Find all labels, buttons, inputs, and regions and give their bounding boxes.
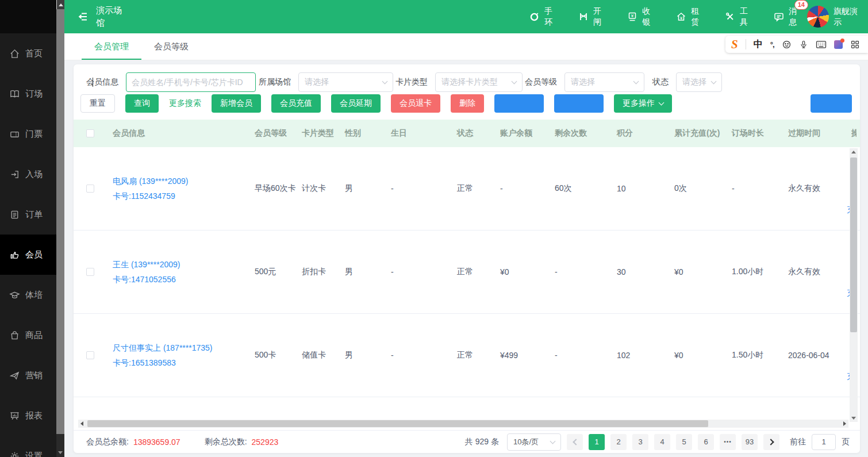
card-type-select[interactable]: 请选择卡片类型 [435, 72, 523, 92]
nav-item-cashier[interactable]: ¥ 收银 [627, 6, 651, 28]
member-name-link[interactable]: 王生 (139****2009) [113, 260, 180, 270]
row-checkbox[interactable] [86, 351, 94, 359]
table-row: 王生 (139****2009) 卡号:1471052556 500元 折扣卡 … [74, 231, 860, 314]
total-balance-label: 会员总余额: [86, 437, 129, 447]
refund-card-button[interactable]: 会员退卡 [391, 94, 440, 113]
cell-points: 30 [617, 267, 626, 276]
nav-item-gate[interactable]: 开闸 [578, 6, 602, 28]
row-checkbox[interactable] [86, 185, 94, 193]
punctuation-icon[interactable]: °, [770, 40, 774, 49]
member-name-link[interactable]: 尺寸但事实上 (187****1735) [113, 343, 213, 353]
collapse-menu-icon[interactable] [77, 10, 90, 23]
sidebar-item-entry[interactable]: 入场 [0, 154, 56, 194]
sidebar-item-goods[interactable]: 商品 [0, 315, 56, 355]
order-icon [9, 209, 20, 220]
sidebar-item-booking[interactable]: 订场 [0, 74, 56, 114]
member-name-link[interactable]: 电风扇 (139****2009) [113, 176, 189, 186]
tab-member-management[interactable]: 会员管理 [82, 33, 141, 60]
sidebar-item-settings[interactable]: 设置 [0, 436, 56, 457]
table-horizontal-scrollbar[interactable] [78, 420, 848, 428]
chevron-right-icon [767, 439, 774, 445]
sidebar-item-members[interactable]: 会员 [0, 235, 56, 275]
page-button-93[interactable]: 93 [742, 434, 758, 450]
cell-expire: 2026-06-04 [788, 351, 829, 360]
mic-icon[interactable] [799, 40, 808, 49]
nav-item-messages[interactable]: 消息 14 [773, 6, 798, 28]
horizontal-scrollbar-thumb[interactable] [87, 420, 708, 427]
delete-button[interactable]: 删除 [451, 94, 484, 113]
add-member-button[interactable]: 新增会员 [212, 94, 261, 113]
sidebar-scrollbar-thumb[interactable] [56, 9, 64, 434]
sidebar-item-training[interactable]: 体培 [0, 275, 56, 315]
tab-member-level[interactable]: 会员等级 [141, 33, 201, 60]
grid-icon[interactable] [850, 40, 860, 49]
prev-page-button[interactable] [567, 434, 583, 450]
sidebar-item-marketing[interactable]: 营销 [0, 355, 56, 395]
page-button-5[interactable]: 5 [676, 434, 692, 450]
input-mode-toggle[interactable]: 中 [754, 39, 763, 51]
import-members-button[interactable]: 导入会员 [494, 94, 544, 113]
page-button-1[interactable]: 1 [589, 434, 605, 450]
cell-status: 正常 [457, 183, 473, 194]
nav-item-bracelet[interactable]: 手环 [529, 6, 554, 28]
svg-text:¥: ¥ [631, 13, 634, 18]
sidebar-item-home[interactable]: 首页 [0, 33, 56, 74]
nav-item-rental[interactable]: ¥ 租赁 [675, 6, 700, 28]
member-info-input[interactable] [126, 72, 256, 92]
more-actions-button[interactable]: 更多操作 [614, 94, 672, 113]
table-footer: 会员总余额: 13893659.07 剩余总次数: 252923 共 929 条… [74, 430, 860, 453]
scroll-up-arrow-icon[interactable] [56, 0, 64, 9]
cell-gender: 男 [345, 183, 353, 194]
sidebar-scrollbar[interactable] [56, 0, 64, 457]
recharge-button[interactable]: 会员充值 [271, 94, 321, 113]
goto-unit: 页 [842, 437, 850, 447]
sidebar-item-orders[interactable]: 订单 [0, 194, 56, 235]
user-menu[interactable]: 旗舰演示 [807, 6, 860, 28]
nav-item-tools[interactable]: 工具 [724, 6, 749, 28]
next-page-button[interactable] [763, 434, 779, 450]
sidebar-item-label: 设置 [25, 451, 43, 457]
reset-button[interactable]: 重置 [80, 94, 115, 113]
query-button[interactable]: 查询 [125, 94, 159, 113]
cell-balance: ¥499 [500, 351, 518, 360]
emoji-icon[interactable] [782, 40, 792, 49]
sidebar-item-reports[interactable]: 报表 [0, 395, 56, 436]
page-size-select[interactable]: 10条/页 [507, 433, 561, 451]
goto-page-input[interactable] [812, 434, 836, 450]
select-all-checkbox[interactable] [86, 129, 94, 137]
status-select[interactable]: 请选择 [676, 72, 722, 92]
page-button-3[interactable]: 3 [632, 434, 648, 450]
total-remaining-label: 剩余总次数: [205, 437, 247, 447]
skin-icon[interactable] [834, 40, 843, 49]
filter-label: 所属场馆 [259, 77, 291, 87]
extend-button[interactable]: 会员延期 [331, 94, 381, 113]
page-button-4[interactable]: 4 [654, 434, 670, 450]
member-card-no[interactable]: 卡号:1651389583 [113, 358, 213, 368]
scroll-down-arrow-icon[interactable] [56, 448, 64, 457]
member-card-no[interactable]: 卡号:1152434759 [113, 191, 189, 201]
table-vertical-scrollbar[interactable] [850, 148, 858, 422]
scroll-left-arrow-icon[interactable] [80, 421, 83, 426]
page-ellipsis[interactable]: ••• [720, 434, 736, 450]
sidebar-item-tickets[interactable]: 门票 [0, 114, 56, 154]
member-card-no[interactable]: 卡号:1471052556 [113, 275, 180, 285]
tools-icon [724, 11, 736, 22]
cashier-icon: ¥ [627, 11, 638, 22]
member-level-select[interactable]: 请选择 [564, 72, 644, 92]
page-button-6[interactable]: 6 [698, 434, 714, 450]
page-button-2[interactable]: 2 [610, 434, 627, 450]
row-checkbox[interactable] [86, 268, 94, 276]
cell-birthday: - [391, 267, 394, 276]
scroll-down-arrow-icon[interactable] [851, 417, 856, 420]
export-members-button[interactable]: 导出会员 [554, 94, 604, 113]
sogou-logo-icon[interactable]: S [731, 39, 738, 51]
scroll-up-arrow-icon[interactable] [851, 151, 856, 153]
venue-select[interactable]: 请选择 [298, 72, 393, 92]
keyboard-icon[interactable] [816, 40, 827, 49]
show-columns-button[interactable]: 显示列 [811, 94, 852, 113]
select-placeholder: 请选择 [682, 77, 706, 87]
vertical-scrollbar-thumb[interactable] [850, 158, 857, 332]
more-search-link[interactable]: 更多搜索 [169, 94, 201, 113]
scroll-right-arrow-icon[interactable] [843, 421, 846, 426]
sidebar-item-label: 商品 [25, 330, 43, 341]
